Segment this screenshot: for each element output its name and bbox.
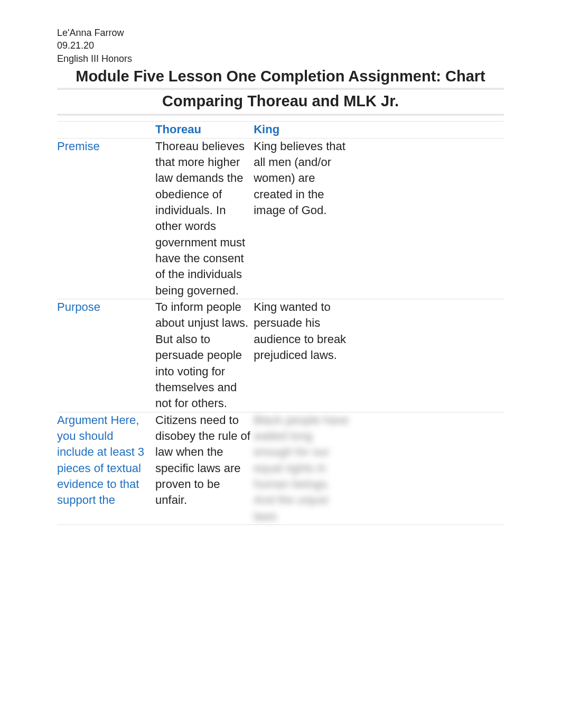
cell-king-purpose: King wanted to persuade his audience to … — [254, 299, 352, 412]
cell-empty — [352, 412, 504, 525]
title-line-1: Module Five Lesson One Completion Assign… — [57, 66, 504, 90]
table-header-row: Thoreau King — [57, 122, 504, 138]
row-label-premise: Premise — [57, 138, 155, 299]
cell-empty — [352, 138, 504, 299]
header-empty — [352, 122, 504, 138]
cell-thoreau-purpose: To inform people about unjust laws. But … — [155, 299, 254, 412]
column-header-king: King — [254, 122, 352, 138]
course-name: English III Honors — [57, 52, 504, 65]
comparison-table: Thoreau King Premise Thoreau believes th… — [57, 121, 504, 525]
cell-empty — [352, 299, 504, 412]
table-row: Argument Here, you should include at lea… — [57, 412, 504, 525]
document-title: Module Five Lesson One Completion Assign… — [57, 66, 504, 116]
table-row: Premise Thoreau believes that more highe… — [57, 138, 504, 299]
cell-king-premise: King believes that all men (and/or women… — [254, 138, 352, 299]
column-header-thoreau: Thoreau — [155, 122, 254, 138]
student-name: Le'Anna Farrow — [57, 26, 504, 39]
student-header: Le'Anna Farrow 09.21.20 English III Hono… — [57, 26, 504, 65]
row-label-argument: Argument Here, you should include at lea… — [57, 412, 155, 525]
cell-king-argument: Black people have waited long enough for… — [254, 412, 352, 525]
document-date: 09.21.20 — [57, 39, 504, 52]
cell-thoreau-premise: Thoreau believes that more higher law de… — [155, 138, 254, 299]
cell-thoreau-argument: Citizens need to disobey the rule of law… — [155, 412, 254, 525]
header-blank — [57, 122, 155, 138]
table-row: Purpose To inform people about unjust la… — [57, 299, 504, 412]
document-page: Le'Anna Farrow 09.21.20 English III Hono… — [0, 0, 561, 557]
title-line-2: Comparing Thoreau and MLK Jr. — [57, 91, 504, 116]
row-label-purpose: Purpose — [57, 299, 155, 412]
